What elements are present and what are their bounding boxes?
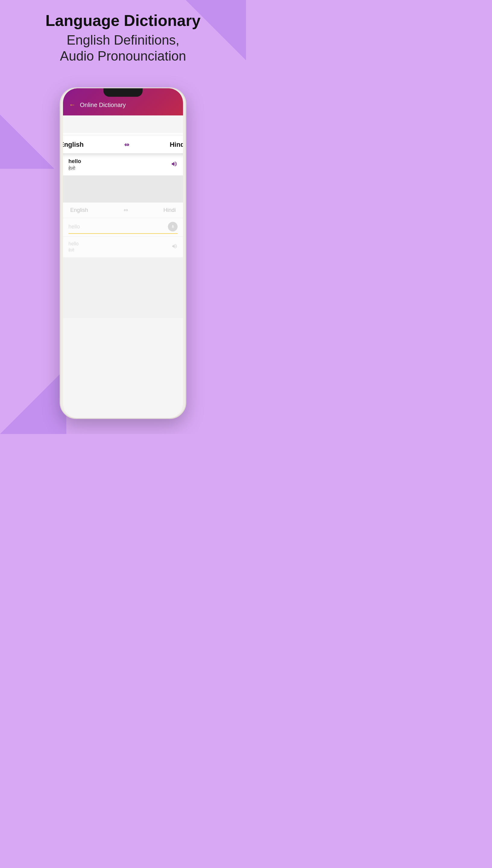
second-speaker-icon bbox=[172, 243, 177, 251]
sub-title: English Definitions, Audio Pronounciatio… bbox=[18, 32, 228, 64]
main-title: Language Dictionary bbox=[18, 12, 228, 29]
second-mic-icon bbox=[168, 222, 177, 231]
phone-mockup: ← Online Dictionary English ⇔ Hindi bbox=[60, 87, 186, 419]
result-item: hello हेलो bbox=[63, 154, 183, 175]
title-line2: English Definitions, bbox=[67, 32, 179, 47]
phone-screen: ← Online Dictionary English ⇔ Hindi bbox=[63, 88, 183, 418]
bottom-spacer bbox=[63, 258, 183, 318]
mute-button bbox=[60, 119, 60, 129]
second-search-row: hello bbox=[69, 222, 177, 234]
second-language-bar: English ⇔ Hindi bbox=[63, 203, 183, 218]
second-target-lang: Hindi bbox=[164, 207, 176, 213]
second-search-value: hello bbox=[69, 224, 168, 230]
gray-spacer bbox=[63, 175, 183, 203]
second-screen-preview: English ⇔ Hindi hello bbox=[63, 203, 183, 318]
title-line3: Audio Pronounciation bbox=[60, 49, 186, 63]
second-result-item: hello हेलो bbox=[63, 237, 183, 257]
title-line1: Language Dictionary bbox=[46, 12, 200, 29]
back-button[interactable]: ← bbox=[69, 101, 76, 109]
source-language[interactable]: English bbox=[63, 141, 83, 149]
volume-down-button bbox=[60, 153, 60, 170]
phone-notch bbox=[103, 88, 143, 97]
second-result-text: hello हेलो bbox=[69, 241, 79, 253]
language-bar: English ⇔ Hindi bbox=[63, 136, 183, 153]
volume-up-button bbox=[60, 133, 60, 150]
speaker-button[interactable] bbox=[171, 161, 177, 169]
power-button bbox=[186, 125, 186, 139]
second-swap-icon: ⇔ bbox=[124, 207, 128, 213]
decorative-triangle-bottom bbox=[0, 368, 66, 434]
second-result-hindi: हेलो bbox=[69, 248, 79, 253]
result-english-word: hello bbox=[69, 158, 81, 164]
swap-languages-icon[interactable]: ⇔ bbox=[124, 141, 129, 148]
app-content: hello hello हेलो bbox=[63, 130, 183, 318]
second-search-area: hello bbox=[63, 218, 183, 236]
phone-frame: ← Online Dictionary English ⇔ Hindi bbox=[60, 87, 186, 419]
target-language[interactable]: Hindi bbox=[170, 141, 183, 149]
second-result-english: hello bbox=[69, 241, 79, 247]
header-section: Language Dictionary English Definitions,… bbox=[0, 12, 246, 64]
decorative-triangle-mid bbox=[0, 114, 54, 169]
result-hindi-word: हेलो bbox=[69, 166, 81, 171]
background: Language Dictionary English Definitions,… bbox=[0, 0, 246, 434]
result-text: hello हेलो bbox=[69, 158, 81, 171]
toolbar-title: Online Dictionary bbox=[80, 102, 126, 108]
second-source-lang: English bbox=[70, 207, 88, 213]
